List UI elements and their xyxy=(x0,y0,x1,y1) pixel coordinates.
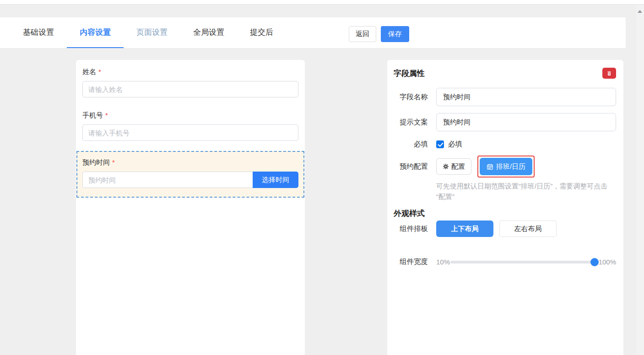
phone-field-label: 手机号* xyxy=(82,111,298,120)
tab-after-submit[interactable]: 提交后 xyxy=(237,17,286,48)
time-input-group: 选择时间 xyxy=(82,172,298,188)
required-asterisk: * xyxy=(112,158,115,166)
booking-config-label: 预约配置 xyxy=(394,162,428,172)
required-asterisk: * xyxy=(98,68,101,75)
prompt-text-input[interactable] xyxy=(436,113,616,131)
component-width-row: 组件宽度 10% 100% xyxy=(394,257,616,267)
tab-basic-settings[interactable]: 基础设置 xyxy=(10,17,67,48)
name-input[interactable] xyxy=(82,81,298,97)
field-properties-panel: 字段属性 字段名称 提示文案 必填 必填 xyxy=(387,60,623,355)
time-input[interactable] xyxy=(82,172,253,188)
required-checkbox[interactable] xyxy=(436,140,444,148)
config-button[interactable]: 配置 xyxy=(436,158,471,175)
required-asterisk: * xyxy=(105,111,108,119)
vertical-scrollbar[interactable] xyxy=(636,5,644,355)
booking-hint-row: 可先使用默认日期范围设置“排班/日历”，需要调整可点击“配置” xyxy=(394,181,616,202)
field-name-row: 字段名称 xyxy=(394,88,616,106)
layout-vertical-button[interactable]: 上下布局 xyxy=(436,221,493,237)
component-layout-row: 组件排板 上下布局 左右布局 xyxy=(394,221,616,237)
time-field-label-text: 预约时间 xyxy=(82,158,110,166)
settings-tabbar: 基础设置 内容设置 页面设置 全局设置 提交后 返回 保存 xyxy=(0,17,626,48)
name-field-label-text: 姓名 xyxy=(82,68,96,75)
delete-field-button[interactable] xyxy=(602,68,616,79)
schedule-button-label: 排班/日历 xyxy=(496,162,525,171)
red-annotation-highlight: 排班/日历 xyxy=(477,156,535,178)
field-name-input[interactable] xyxy=(436,88,616,106)
width-slider-handle[interactable] xyxy=(590,258,599,266)
form-preview-panel: 姓名* 手机号* 预约时间* 选择时间 xyxy=(76,60,305,355)
select-time-button[interactable]: 选择时间 xyxy=(253,172,298,188)
name-field-label: 姓名* xyxy=(82,68,298,76)
slider-max-label: 100% xyxy=(599,258,616,266)
time-field-label: 预约时间* xyxy=(82,158,298,167)
back-button[interactable]: 返回 xyxy=(349,26,376,42)
save-button[interactable]: 保存 xyxy=(381,26,409,42)
field-name-label: 字段名称 xyxy=(394,92,428,102)
tabbar-actions: 返回 保存 xyxy=(349,26,409,42)
booking-hint-text: 可先使用默认日期范围设置“排班/日历”，需要调整可点击“配置” xyxy=(436,181,616,202)
scroll-up-arrow-icon[interactable] xyxy=(638,10,642,13)
required-checkbox-label: 必填 xyxy=(448,140,462,149)
properties-title: 字段属性 xyxy=(394,68,425,79)
tab-global-settings[interactable]: 全局设置 xyxy=(180,17,237,48)
prompt-text-row: 提示文案 xyxy=(394,113,616,131)
trash-icon xyxy=(606,70,612,76)
selected-time-widget[interactable]: 预约时间* 选择时间 xyxy=(76,151,304,198)
tab-page-settings[interactable]: 页面设置 xyxy=(124,17,180,48)
form-builder-screen: 基础设置 内容设置 页面设置 全局设置 提交后 返回 保存 姓名* 手机号* 预… xyxy=(0,0,644,355)
phone-field-group: 手机号* xyxy=(82,111,298,141)
required-row: 必填 必填 xyxy=(394,140,616,149)
component-layout-label: 组件排板 xyxy=(394,224,428,234)
schedule-calendar-button[interactable]: 排班/日历 xyxy=(480,158,532,175)
phone-input[interactable] xyxy=(82,124,298,141)
booking-config-row: 预约配置 配置 xyxy=(394,156,616,178)
component-width-label: 组件宽度 xyxy=(394,257,428,267)
name-field-group: 姓名* xyxy=(82,68,298,97)
width-slider-track[interactable] xyxy=(450,261,598,264)
config-button-label: 配置 xyxy=(451,162,465,171)
slider-min-label: 10% xyxy=(436,258,450,266)
properties-header: 字段属性 xyxy=(394,68,616,79)
layout-horizontal-button[interactable]: 左右布局 xyxy=(499,221,557,237)
top-strip xyxy=(0,0,644,5)
phone-field-label-text: 手机号 xyxy=(82,111,103,119)
gear-icon xyxy=(443,163,449,170)
calendar-icon xyxy=(487,163,493,170)
prompt-text-label: 提示文案 xyxy=(394,118,428,127)
tab-content-settings[interactable]: 内容设置 xyxy=(67,17,124,48)
appearance-section-title: 外观样式 xyxy=(394,208,616,219)
required-label: 必填 xyxy=(394,140,428,149)
